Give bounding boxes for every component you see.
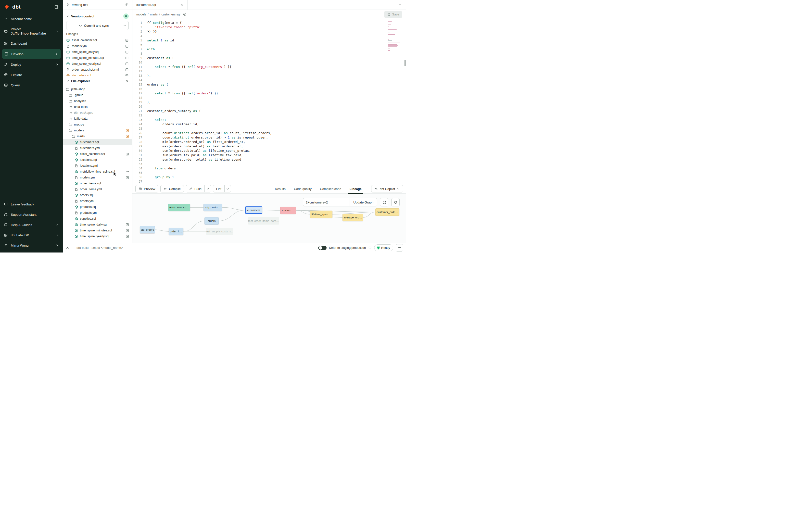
code-line-11[interactable]: 11 select * from {{ ref('stg_customers')…: [132, 65, 406, 69]
lineage-node-stg-orders[interactable]: stg_orders: [140, 226, 155, 233]
change-row-models-yml[interactable]: models.yml: [66, 43, 129, 49]
tab-customers-sql[interactable]: customers.sql: [132, 0, 188, 10]
refresh-button[interactable]: [391, 198, 399, 206]
change-row-fiscal-calendar-sql[interactable]: fiscal_calendar.sql: [66, 37, 129, 43]
sidebar-item-leave-feedback[interactable]: Leave feedback: [0, 199, 63, 209]
lineage-node-customer-orde[interactable]: customer_orde…: [375, 208, 399, 216]
change-row-time-spine-yearly-sql[interactable]: time_spine_yearly.sql: [66, 61, 129, 67]
tree-item-supplies-sql[interactable]: supplies.sql: [63, 216, 132, 222]
code-line-13[interactable]: 13),: [132, 73, 406, 78]
code-line-35[interactable]: 35: [132, 171, 406, 175]
lineage-node-test-order[interactable]: test_order_items_com…: [248, 217, 279, 224]
code-line-23[interactable]: 23 select: [132, 118, 406, 122]
compile-button[interactable]: Compile: [160, 185, 184, 192]
minimap[interactable]: [388, 21, 403, 52]
sidebar-item-explore[interactable]: Explore: [0, 69, 63, 80]
code-line-26[interactable]: 26 count(distinct orders.order_id) as co…: [132, 131, 406, 135]
code-line-5[interactable]: 5select 1 as id: [132, 38, 406, 43]
file-menu-button[interactable]: [126, 170, 129, 174]
change-row-time-spine-minutes-sql[interactable]: time_spine_minutes.sql: [66, 55, 129, 61]
docs-icon[interactable]: [183, 12, 187, 16]
tab-lineage[interactable]: Lineage: [345, 184, 366, 193]
lineage-node-lifetime[interactable]: lifetime_spen…: [310, 210, 332, 218]
tree-item-customers-yml[interactable]: customers.yml: [63, 145, 132, 151]
code-line-21[interactable]: 21customer_orders_summary as (: [132, 109, 406, 113]
fullscreen-button[interactable]: [380, 198, 388, 206]
breadcrumb-file[interactable]: customers.sql: [162, 13, 180, 16]
code-line-32[interactable]: 32 sum(orders.order_total) as lifetime_s…: [132, 157, 406, 162]
tree-item-orders-sql[interactable]: orders.sql: [63, 192, 132, 198]
file-explorer-header[interactable]: File explorer: [63, 76, 132, 86]
tree-item-metricflow-time-spine-sql[interactable]: metricflow_time_spine.sql: [63, 169, 132, 175]
lint-options-button[interactable]: [224, 185, 231, 192]
code-editor[interactable]: 1{{ config(meta = {2 'favorite_food': 'p…: [132, 19, 406, 184]
sidebar-item-support-assistant[interactable]: Support Assistant: [0, 209, 63, 220]
code-line-3[interactable]: 3}) }}: [132, 29, 406, 34]
lineage-node-order-items[interactable]: order_it…: [169, 228, 183, 235]
dbt-copilot-button[interactable]: dbt Copilot: [371, 185, 403, 192]
sidebar-item-develop[interactable]: Develop: [2, 49, 61, 59]
code-line-19[interactable]: 19),: [132, 100, 406, 105]
code-line-36[interactable]: 36 group by 1: [132, 175, 406, 179]
lineage-node-test-supply[interactable]: test_supply_costs_s…: [206, 228, 233, 235]
tree-item-locations-sql[interactable]: locations.sql: [63, 157, 132, 163]
tree-item-jaffle-shop[interactable]: jaffle-shop: [63, 86, 132, 92]
sidebar-item-project[interactable]: ProjectJaffle Shop Snowflake: [0, 24, 63, 38]
commit-button-main[interactable]: Commit and sync: [66, 21, 121, 30]
code-line-20[interactable]: 20: [132, 105, 406, 109]
tab-code-quality[interactable]: Code quality: [290, 184, 316, 193]
breadcrumb-marts[interactable]: marts: [150, 13, 158, 16]
code-line-12[interactable]: 12: [132, 69, 406, 73]
tree-item-github[interactable]: .github: [63, 92, 132, 98]
tree-item-data-tests[interactable]: data-tests: [63, 104, 132, 110]
change-row-stg-orders-sql[interactable]: stg_orders.sql: [66, 72, 129, 76]
update-graph-button[interactable]: Update Graph: [350, 198, 377, 206]
sidebar-item-help-guides[interactable]: Help & Guides: [0, 220, 63, 230]
tree-item-analyses[interactable]: analyses: [63, 98, 132, 104]
lineage-panel[interactable]: ecom.raw_cu…stg_custo…customerscustom…li…: [132, 194, 406, 243]
code-line-1[interactable]: 1{{ config(meta = {: [132, 21, 406, 25]
code-line-27[interactable]: 27 count(distinct orders.order_id) > 1 a…: [132, 135, 406, 140]
tree-item-time-spine-minutes-sql[interactable]: time_spine_minutes.sql: [63, 227, 132, 233]
tree-item-models-yml[interactable]: models.yml: [63, 175, 132, 180]
close-tab-icon[interactable]: [180, 3, 183, 7]
tree-item-time-spine-daily-sql[interactable]: time_spine_daily.sql: [63, 222, 132, 227]
new-tab-button[interactable]: [397, 2, 403, 8]
lineage-node-customers[interactable]: customers: [245, 206, 262, 214]
code-line-6[interactable]: 6: [132, 43, 406, 47]
stage-change-button[interactable]: [125, 50, 129, 54]
stage-change-button[interactable]: [125, 68, 129, 71]
code-line-9[interactable]: 9customers as (: [132, 56, 406, 60]
commit-and-sync-button[interactable]: Commit and sync: [66, 21, 129, 30]
change-row-order-snapshot-yml[interactable]: order_snapshot.yml: [66, 67, 129, 72]
code-line-29[interactable]: 29 max(orders.ordered_at) as last_ordere…: [132, 144, 406, 149]
lineage-search-input[interactable]: [303, 198, 350, 206]
tree-item-products-sql[interactable]: products.sql: [63, 204, 132, 210]
stage-change-button[interactable]: [125, 56, 129, 60]
tree-item-order-items-sql[interactable]: order_items.sql: [63, 180, 132, 186]
change-row-time-spine-daily-sql[interactable]: time_spine_daily.sql: [66, 49, 129, 55]
command-input[interactable]: dbt build --select <model_name>: [76, 246, 123, 249]
code-line-22[interactable]: 22: [132, 113, 406, 118]
stage-change-button[interactable]: [125, 74, 129, 76]
copy-branch-icon[interactable]: [125, 3, 129, 7]
tab-results[interactable]: Results: [271, 184, 290, 193]
tree-item-time-spine-yearly-sql[interactable]: time_spine_yearly.sql: [63, 233, 132, 239]
sidebar-item-mirna-wong[interactable]: Mirna Wong: [0, 240, 63, 250]
scrollbar-thumb[interactable]: [404, 60, 405, 66]
version-control-header[interactable]: Version control 8: [66, 12, 129, 20]
status-badge[interactable]: Ready: [374, 244, 393, 251]
stage-change-button[interactable]: [125, 44, 129, 48]
lint-button[interactable]: Lint: [213, 185, 224, 192]
preview-button[interactable]: Preview: [135, 185, 158, 192]
code-line-34[interactable]: 34 from orders: [132, 166, 406, 171]
stage-file-button[interactable]: [126, 176, 129, 179]
defer-toggle[interactable]: [318, 245, 327, 250]
code-line-16[interactable]: 16: [132, 87, 406, 91]
tree-item-dbt-packages[interactable]: dbt_packages: [63, 110, 132, 116]
info-icon[interactable]: [368, 246, 372, 249]
breadcrumb-models[interactable]: models: [136, 13, 146, 16]
search-icon[interactable]: [126, 79, 129, 82]
code-line-30[interactable]: 30 sum(orders.subtotal) as lifetime_spen…: [132, 149, 406, 153]
tree-item-customers-sql[interactable]: customers.sql: [63, 139, 132, 145]
